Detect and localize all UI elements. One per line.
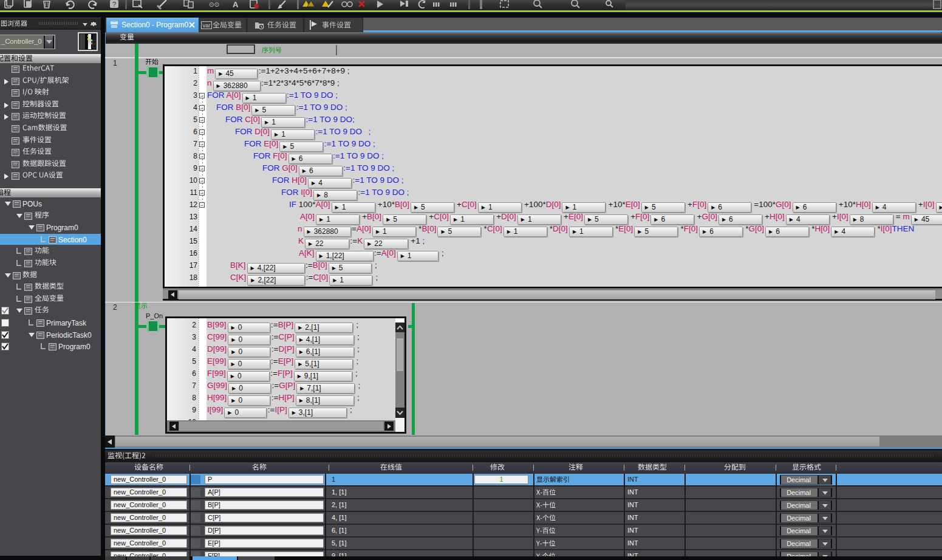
svg-text:⊙⊙: ⊙⊙ bbox=[209, 1, 219, 8]
svg-text:A: A bbox=[233, 0, 239, 9]
svg-text:var: var bbox=[203, 22, 211, 29]
svg-text:?: ? bbox=[112, 1, 116, 8]
